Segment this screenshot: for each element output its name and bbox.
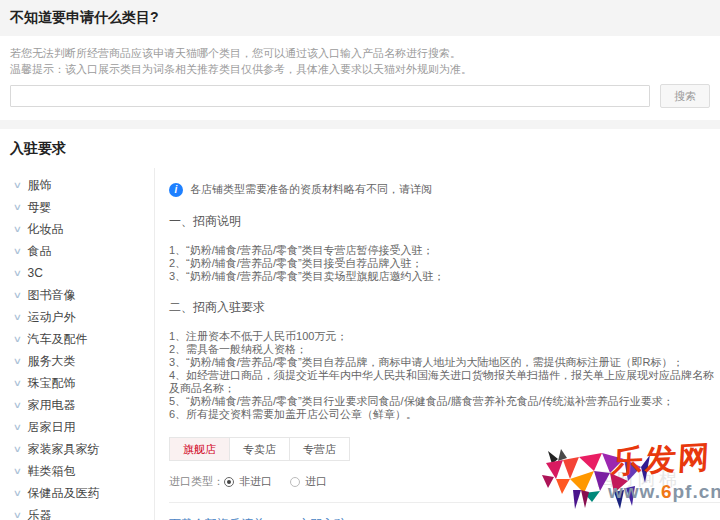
part1-title: 一、招商说明 <box>169 213 720 230</box>
sidebar-item-label: 珠宝配饰 <box>28 375 76 392</box>
sidebar-item-label: 服务大类 <box>28 353 76 370</box>
sidebar-item-label: 食品 <box>28 243 52 260</box>
sidebar-item-health-medicine[interactable]: ∨保健品及医药 <box>0 482 154 504</box>
list-item: 3、“奶粉/辅食/营养品/零食”类目自荐品牌，商标申请人地址为大陆地区的，需提供… <box>169 356 720 369</box>
search-button[interactable]: 搜索 <box>660 84 710 108</box>
chevron-down-icon: ∨ <box>13 400 22 410</box>
search-description-line1: 若您无法判断所经营商品应该申请天猫哪个类目，您可以通过该入口输入产品名称进行搜索… <box>10 45 710 61</box>
category-sidebar: ∨服饰 ∨母婴 ∨化妆品 ∨食品 ∨3C ∨图书音像 ∨运动户外 ∨汽车及配件 … <box>0 168 155 520</box>
sidebar-item-label: 鞋类箱包 <box>28 463 76 480</box>
search-row: 搜索 <box>10 84 710 108</box>
notice-text: 各店铺类型需要准备的资质材料略有不同，请详阅 <box>190 182 432 197</box>
chevron-down-icon: ∨ <box>13 422 22 432</box>
chevron-down-icon: ∨ <box>13 444 22 454</box>
chevron-down-icon: ∨ <box>13 334 22 344</box>
sidebar-item-3c[interactable]: ∨3C <box>0 262 154 284</box>
chevron-down-icon: ∨ <box>13 466 22 476</box>
category-search-section: 不知道要申请什么类目? 若您无法判断所经营商品应该申请天猫哪个类目，您可以通过该… <box>0 0 720 120</box>
sidebar-item-label: 化妆品 <box>28 221 64 238</box>
chevron-down-icon: ∨ <box>13 224 22 234</box>
sidebar-item-label: 3C <box>28 266 43 280</box>
chevron-down-icon: ∨ <box>13 312 22 322</box>
chevron-down-icon: ∨ <box>13 488 22 498</box>
chevron-down-icon: ∨ <box>13 378 22 388</box>
sidebar-item-clothing[interactable]: ∨服饰 <box>0 174 154 196</box>
radio-non-import[interactable]: 非进口 <box>224 474 272 489</box>
chevron-down-icon: ∨ <box>13 180 22 190</box>
part1-list: 1、“奶粉/辅食/营养品/零食”类目专营店暂停接受入驻； 2、“奶粉/辅食/营养… <box>169 244 720 283</box>
sidebar-item-auto-parts[interactable]: ∨汽车及配件 <box>0 328 154 350</box>
sidebar-item-cosmetics[interactable]: ∨化妆品 <box>0 218 154 240</box>
sidebar-item-instruments[interactable]: ∨乐器 <box>0 504 154 520</box>
radio-dot-icon <box>224 477 234 487</box>
list-item: 4、如经营进口商品，须提交近半年内中华人民共和国海关进口货物报关单扫描件，报关单… <box>169 369 720 395</box>
notice-row: i 各店铺类型需要准备的资质材料略有不同，请详阅 <box>169 182 720 197</box>
list-item: 6、所有提交资料需要加盖开店公司公章（鲜章）。 <box>169 408 720 421</box>
info-icon: i <box>169 183 183 197</box>
sidebar-item-services[interactable]: ∨服务大类 <box>0 350 154 372</box>
sidebar-item-jewelry[interactable]: ∨珠宝配饰 <box>0 372 154 394</box>
import-type-row: 进口类型： 非进口 进口 <box>169 474 720 489</box>
page-title: 不知道要申请什么类目? <box>0 0 720 36</box>
sidebar-item-label: 乐器 <box>28 507 52 520</box>
chevron-down-icon: ∨ <box>13 246 22 256</box>
sidebar-item-shoes-bags[interactable]: ∨鞋类箱包 <box>0 460 154 482</box>
sidebar-item-label: 汽车及配件 <box>28 331 88 348</box>
radio-dot-icon <box>290 477 300 487</box>
import-type-label: 进口类型： <box>169 474 224 489</box>
list-item: 2、“奶粉/辅食/营养品/零食”类目接受自荐品牌入驻； <box>169 257 720 270</box>
requirements-body: ∨服饰 ∨母婴 ∨化妆品 ∨食品 ∨3C ∨图书音像 ∨运动户外 ∨汽车及配件 … <box>0 168 720 520</box>
sidebar-item-label: 服饰 <box>28 177 52 194</box>
entry-requirements-section: 入驻要求 ∨服饰 ∨母婴 ∨化妆品 ∨食品 ∨3C ∨图书音像 ∨运动户外 ∨汽… <box>0 129 720 520</box>
list-item: 1、“奶粉/辅食/营养品/零食”类目专营店暂停接受入驻； <box>169 244 720 257</box>
tab-franchise-store[interactable]: 专营店 <box>289 437 350 461</box>
sidebar-item-label: 母婴 <box>28 199 52 216</box>
sidebar-item-home-furnishing[interactable]: ∨家装家具家纺 <box>0 438 154 460</box>
page: 不知道要申请什么类目? 若您无法判断所经营商品应该申请天猫哪个类目，您可以通过该… <box>0 0 720 520</box>
chevron-down-icon: ∨ <box>13 268 22 278</box>
sidebar-item-mother-baby[interactable]: ∨母婴 <box>0 196 154 218</box>
sidebar-item-books-av[interactable]: ∨图书音像 <box>0 284 154 306</box>
divider <box>169 502 720 503</box>
search-panel: 若您无法判断所经营商品应该申请天猫哪个类目，您可以通过该入口输入产品名称进行搜索… <box>0 36 720 120</box>
action-links-row: 下载全部资质清单 立即入驻 <box>169 516 720 520</box>
chevron-down-icon: ∨ <box>13 356 22 366</box>
chevron-down-icon: ∨ <box>13 510 22 520</box>
sidebar-item-label: 图书音像 <box>28 287 76 304</box>
part2-list: 1、注册资本不低于人民币100万元； 2、需具备一般纳税人资格； 3、“奶粉/辅… <box>169 330 720 421</box>
radio-import[interactable]: 进口 <box>290 474 327 489</box>
sidebar-item-label: 保健品及医药 <box>28 485 100 502</box>
sidebar-item-label: 运动户外 <box>28 309 76 326</box>
store-type-tabs: 旗舰店 专卖店 专营店 <box>169 437 720 461</box>
part2-title: 二、招商入驻要求 <box>169 299 720 316</box>
entry-requirements-title: 入驻要求 <box>0 129 720 168</box>
radio-label: 非进口 <box>239 474 272 489</box>
requirements-content: i 各店铺类型需要准备的资质材料略有不同，请详阅 一、招商说明 1、“奶粉/辅食… <box>155 168 720 520</box>
radio-label: 进口 <box>305 474 327 489</box>
section-gap <box>0 120 720 129</box>
list-item: 5、“奶粉/辅食/营养品/零食”类目行业要求同食品/保健食品/膳食营养补充食品/… <box>169 395 720 408</box>
sidebar-item-label: 家装家具家纺 <box>28 441 100 458</box>
search-description-line2: 温馨提示：该入口展示类目为词条相关推荐类目仅供参考，具体准入要求以天猫对外规则为… <box>10 61 710 77</box>
sidebar-item-food[interactable]: ∨食品 <box>0 240 154 262</box>
chevron-down-icon: ∨ <box>13 202 22 212</box>
search-input[interactable] <box>10 85 650 107</box>
tab-exclusive-store[interactable]: 专卖店 <box>229 437 290 461</box>
list-item: 1、注册资本不低于人民币100万元； <box>169 330 720 343</box>
list-item: 3、“奶粉/辅食/营养品/零食”类目卖场型旗舰店邀约入驻； <box>169 270 720 283</box>
chevron-down-icon: ∨ <box>13 290 22 300</box>
tab-flagship-store[interactable]: 旗舰店 <box>169 437 230 461</box>
sidebar-item-home-daily[interactable]: ∨居家日用 <box>0 416 154 438</box>
sidebar-item-label: 家用电器 <box>28 397 76 414</box>
sidebar-item-sports-outdoor[interactable]: ∨运动户外 <box>0 306 154 328</box>
list-item: 2、需具备一般纳税人资格； <box>169 343 720 356</box>
sidebar-item-appliances[interactable]: ∨家用电器 <box>0 394 154 416</box>
sidebar-item-label: 居家日用 <box>28 419 76 436</box>
